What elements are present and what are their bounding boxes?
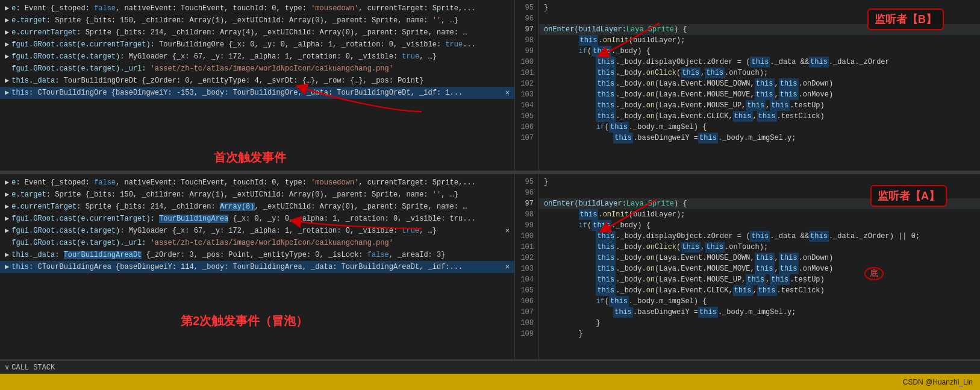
debug-line: ▶ fgui.GRoot.cast(e.currentTarget): Tour… [0, 213, 514, 225]
code-line: this.baseDingweiY = this._body.m_imgSel.… [539, 307, 980, 318]
line-num: 104 [517, 100, 534, 111]
expand-arrow[interactable]: ▶ [5, 87, 9, 98]
line-num: 106 [517, 296, 534, 307]
bottom-panel: ▶ e: Event {_stoped: false, nativeEvent:… [0, 174, 980, 360]
line-num: 96 [517, 187, 534, 198]
expand-arrow[interactable]: ▶ [5, 201, 9, 212]
code-line [539, 13, 980, 24]
main-container: ▶ e: Event {_stoped: false, nativeEvent:… [0, 0, 980, 374]
debug-text: fgui.GRoot.cast(e.target)._url: 'asset/z… [11, 237, 510, 248]
code-line: if (this._body) { [539, 220, 980, 231]
code-line: this._body.on(Laya.Event.CLICK, this, th… [539, 111, 980, 122]
code-lines: } onEnter(buildLayer: Laya.Sprite) { thi… [539, 174, 980, 359]
debug-line: ▶ fgui.GRoot.cast(e.currentTarget): Tour… [0, 39, 514, 51]
call-stack-arrow[interactable]: ∨ [5, 363, 9, 372]
code-line: this._body.on(Laya.Event.MOUSE_MOVE, thi… [539, 263, 980, 274]
code-line: this._body.displayObject.zOrder = (this.… [539, 57, 980, 68]
debug-text: fgui.GRoot.cast(e.target): MyGloader {_x… [11, 51, 510, 62]
line-num: 105 [517, 111, 534, 122]
code-line-active: onEnter(buildLayer: Laya.Sprite) { [539, 24, 980, 35]
debug-text: e.target: Sprite {_bits: 150, _children:… [11, 15, 510, 26]
line-num: 97 [517, 24, 534, 35]
code-line: if (this._body.m_imgSel) { [539, 122, 980, 133]
expand-arrow[interactable]: ▶ [5, 75, 9, 86]
line-num: 95 [517, 177, 534, 187]
debug-line: ▶ fgui.GRoot.cast(e.target): MyGloader {… [0, 51, 514, 63]
debug-line-selected: ▶ this: CTourBuildingArea {baseDingweiY:… [0, 261, 514, 273]
code-line: this._body.on(Laya.Event.MOUSE_UP, this,… [539, 100, 980, 111]
debug-line: ▶ e.target: Sprite {_bits: 150, _childre… [0, 189, 514, 201]
line-num: 101 [517, 242, 534, 253]
debug-text: e.target: Sprite {_bits: 150, _children:… [11, 189, 510, 200]
line-num: 109 [517, 329, 534, 339]
code-line: this.baseDingweiY = this._body.m_imgSel.… [539, 133, 980, 143]
expand-arrow[interactable]: ▶ [5, 213, 9, 224]
code-line: if (this._body.m_imgSel) { [539, 296, 980, 307]
expand-arrow[interactable]: ▶ [5, 177, 9, 188]
expand-arrow[interactable]: ▶ [5, 262, 9, 272]
line-num: 105 [517, 285, 534, 296]
debug-text: fgui.GRoot.cast(e.target)._url: 'asset/z… [11, 63, 510, 74]
close-button[interactable]: ✕ [505, 87, 510, 98]
debug-text: fgui.GRoot.cast(e.currentTarget): TourBu… [11, 213, 510, 224]
debug-text: e.currentTarget: Sprite {_bits: 214, _ch… [11, 27, 510, 38]
close-button[interactable]: ✕ [505, 262, 510, 272]
line-num: 95 [517, 2, 534, 13]
line-num: 101 [517, 68, 534, 78]
code-line-active: onEnter(buildLayer: Laya.Sprite) { [539, 198, 980, 209]
line-num: 96 [517, 13, 534, 24]
line-num: 98 [517, 209, 534, 220]
line-num: 107 [517, 307, 534, 318]
top-code-pane: 95 96 97 98 99 100 101 102 103 104 105 1… [515, 0, 980, 171]
debug-text: this._data: TourBuildingAreaDt {_zOrder:… [11, 250, 510, 260]
line-num: 104 [517, 274, 534, 285]
code-line: this.onInit(buildLayer); [539, 35, 980, 46]
debug-text: fgui.GRoot.cast(e.target): MyGloader {_x… [11, 225, 503, 236]
close-button[interactable]: ✕ [505, 225, 510, 236]
expand-arrow[interactable]: ▶ [5, 15, 9, 26]
code-line [539, 187, 980, 198]
code-line: this._body.on(Laya.Event.MOUSE_UP, this,… [539, 274, 980, 285]
code-line: this.onInit(buildLayer); [539, 209, 980, 220]
expand-arrow[interactable]: ▶ [5, 3, 9, 14]
code-line: this._body.on(Laya.Event.MOUSE_MOVE, thi… [539, 89, 980, 100]
debug-line: ▶ this._data: TourBuildingAreaDt {_zOrde… [0, 249, 514, 261]
code-line: this._body.displayObject.zOrder = (this.… [539, 231, 980, 242]
debug-line: ▶ e: Event {_stoped: false, nativeEvent:… [0, 177, 514, 189]
expand-arrow[interactable]: ▶ [5, 225, 9, 236]
code-line: if (this._body) { [539, 46, 980, 57]
bottom-code-pane: 95 96 97 98 99 100 101 102 103 104 105 1… [515, 174, 980, 359]
top-panel: ▶ e: Event {_stoped: false, nativeEvent:… [0, 0, 980, 172]
line-num: 103 [517, 263, 534, 274]
debug-line: ▶ e: Event {_stoped: false, nativeEvent:… [0, 2, 514, 14]
line-numbers: 95 96 97 98 99 100 101 102 103 104 105 1… [515, 0, 539, 171]
spacer [5, 63, 9, 74]
expand-arrow[interactable]: ▶ [5, 250, 9, 260]
call-stack-bar: ∨ CALL STACK [0, 360, 980, 374]
code-line: this._body.onClick(this, this.onTouch); [539, 68, 980, 78]
expand-arrow[interactable]: ▶ [5, 27, 9, 38]
expand-arrow[interactable]: ▶ [5, 39, 9, 50]
call-stack-label: CALL STACK [11, 363, 55, 372]
line-num: 98 [517, 35, 534, 46]
line-num: 102 [517, 78, 534, 89]
top-debug-pane: ▶ e: Event {_stoped: false, nativeEvent:… [0, 0, 515, 171]
top-chinese-label: 首次触发事件 [214, 149, 286, 166]
debug-text: e.currentTarget: Sprite {_bits: 214, _ch… [11, 201, 510, 212]
line-num: 102 [517, 253, 534, 263]
expand-arrow[interactable]: ▶ [5, 51, 9, 62]
line-num: 99 [517, 220, 534, 231]
debug-line: ▶ e.currentTarget: Sprite {_bits: 214, _… [0, 201, 514, 213]
line-numbers: 95 96 97 98 99 100 101 102 103 104 105 1… [515, 174, 539, 359]
expand-arrow[interactable]: ▶ [5, 189, 9, 200]
code-line: this._body.on(Laya.Event.MOUSE_DOWN, thi… [539, 253, 980, 263]
debug-line: ▶ fgui.GRoot.cast(e.target): MyGloader {… [0, 225, 514, 237]
code-line: this._body.onClick(this, this.onTouch); [539, 242, 980, 253]
debug-line: fgui.GRoot.cast(e.target)._url: 'asset/z… [0, 237, 514, 249]
code-line: this._body.on(Laya.Event.MOUSE_DOWN, thi… [539, 78, 980, 89]
bottom-debug-pane: ▶ e: Event {_stoped: false, nativeEvent:… [0, 174, 515, 359]
debug-line: ▶ e.currentTarget: Sprite {_bits: 214, _… [0, 27, 514, 39]
debug-line-selected: ▶ this: CTourBuildingOre {baseDingweiY: … [0, 87, 514, 99]
code-line: } [539, 329, 980, 339]
debug-line: fgui.GRoot.cast(e.target)._url: 'asset/z… [0, 63, 514, 75]
